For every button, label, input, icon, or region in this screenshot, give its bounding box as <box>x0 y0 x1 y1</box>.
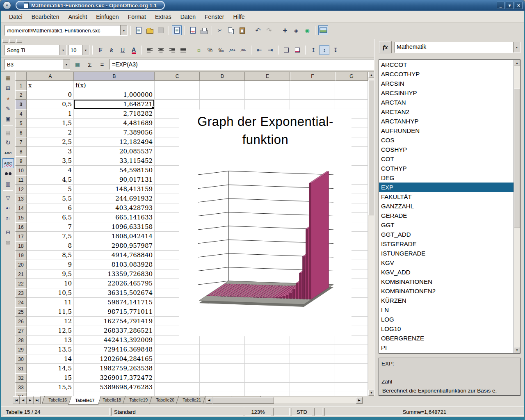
function-item-COT[interactable]: COT <box>379 154 520 164</box>
sum-button[interactable]: Σ <box>85 59 95 69</box>
cell-A24[interactable]: 11 <box>27 298 74 307</box>
function-item-EXP[interactable]: EXP <box>379 183 520 192</box>
borders-button[interactable] <box>281 45 291 55</box>
function-item-COTHYP[interactable]: COTHYP <box>379 164 520 173</box>
ungroup-button[interactable]: ⊠ <box>2 237 14 247</box>
function-item-AUFRUNDEN[interactable]: AUFRUNDEN <box>379 126 520 135</box>
cell-reference-combo[interactable]: ▼ <box>5 59 70 70</box>
sheet-tab-Tabelle17[interactable]: Tabelle17 <box>68 396 101 405</box>
cell-B13[interactable]: 244,691932 <box>74 194 155 203</box>
menu-fenster[interactable]: Fenster <box>200 11 228 22</box>
row-header-26[interactable]: 26 <box>15 317 27 326</box>
export-pdf-button[interactable] <box>188 25 198 35</box>
status-insert-mode[interactable] <box>273 408 290 416</box>
number-format-standard-button[interactable]: ‰ <box>216 45 226 55</box>
row-header-30[interactable]: 30 <box>15 354 27 364</box>
cell-B19[interactable]: 4914,768840 <box>74 251 155 260</box>
cell-B3[interactable]: 1,648721 <box>74 100 155 109</box>
cell-A29[interactable]: 13,5 <box>27 345 74 354</box>
font-name-combo[interactable]: ▼ <box>5 45 67 55</box>
cell-A19[interactable]: 8,5 <box>27 251 74 260</box>
cell-F30[interactable] <box>290 354 335 364</box>
horizontal-scroll-thumb[interactable] <box>212 397 274 404</box>
row-header-21[interactable]: 21 <box>15 269 27 279</box>
cell-A28[interactable]: 13 <box>27 336 74 345</box>
cell-F2[interactable] <box>290 90 335 100</box>
cell-A22[interactable]: 10 <box>27 279 74 288</box>
cell-C32[interactable] <box>155 373 200 383</box>
cell-A23[interactable]: 10,5 <box>27 288 74 298</box>
category-dropdown-button[interactable]: ▼ <box>513 42 520 52</box>
cell-D33[interactable] <box>200 383 245 392</box>
data-sources-button[interactable]: ▥ <box>2 179 14 189</box>
function-item-COS[interactable]: COS <box>379 135 520 145</box>
paste-button[interactable] <box>237 25 247 35</box>
cell-G29[interactable] <box>335 345 368 354</box>
open-button[interactable] <box>145 25 155 35</box>
function-item-ISTUNGERADE[interactable]: ISTUNGERADE <box>379 249 520 258</box>
number-format-currency-button[interactable]: ¤ <box>194 45 204 55</box>
function-item-GGT[interactable]: GGT <box>379 220 520 230</box>
font-name-input[interactable] <box>5 45 59 55</box>
cell-A16[interactable]: 7 <box>27 222 74 232</box>
cell-F33[interactable] <box>290 383 335 392</box>
sort-ascending-button[interactable]: A↓ <box>2 203 14 213</box>
cell-B9[interactable]: 33,115452 <box>74 156 155 166</box>
cell-A13[interactable]: 5,5 <box>27 194 74 203</box>
document-url-combo[interactable]: ▼ <box>5 25 128 36</box>
cell-F1[interactable] <box>290 81 335 90</box>
number-format-percent-button[interactable]: % <box>205 45 215 55</box>
row-header-18[interactable]: 18 <box>15 241 27 251</box>
list-scroll-up-button[interactable]: ▲ <box>514 60 520 66</box>
maximize-button[interactable]: ▼ <box>506 2 514 9</box>
font-size-input[interactable] <box>68 45 82 55</box>
save-button[interactable] <box>156 25 166 35</box>
function-item-DEG[interactable]: DEG <box>379 173 520 183</box>
row-header-19[interactable]: 19 <box>15 251 27 260</box>
function-item-KÜRZEN[interactable]: KÜRZEN <box>379 296 520 305</box>
cell-B34[interactable] <box>74 392 155 396</box>
align-center-vertically-button[interactable]: ↕ <box>320 45 329 55</box>
function-item-ARCSINHYP[interactable]: ARCSINHYP <box>379 88 520 98</box>
background-color-button[interactable] <box>292 45 302 55</box>
function-item-GERADE[interactable]: GERADE <box>379 211 520 220</box>
menu-bearbeiten[interactable]: Bearbeiten <box>27 11 64 22</box>
cell-E28[interactable] <box>245 336 290 345</box>
cell-B15[interactable]: 665,141633 <box>74 213 155 222</box>
bold-button[interactable]: F <box>96 45 105 55</box>
row-header-6[interactable]: 6 <box>15 128 27 137</box>
cell-F3[interactable] <box>290 100 335 109</box>
cell-D29[interactable] <box>200 345 245 354</box>
function-equals-button[interactable]: = <box>97 59 107 69</box>
cell-G31[interactable] <box>335 364 368 373</box>
cell-B10[interactable]: 54,598150 <box>74 166 155 175</box>
row-header-34[interactable]: 34 <box>15 392 27 396</box>
cell-B33[interactable]: 5389698,476283 <box>74 383 155 392</box>
cell-A2[interactable]: 0 <box>27 90 74 100</box>
font-name-dropdown[interactable]: ▼ <box>59 45 66 55</box>
function-list-scrollbar[interactable]: ▲ ▼ <box>514 60 520 353</box>
scroll-up-button[interactable]: ▲ <box>368 72 374 78</box>
cell-F32[interactable] <box>290 373 335 383</box>
cell-reference-input[interactable] <box>5 59 63 69</box>
cell-B2[interactable]: 1,000000 <box>74 90 155 100</box>
align-justify-button[interactable] <box>178 45 188 55</box>
row-header-20[interactable]: 20 <box>15 260 27 269</box>
cell-B14[interactable]: 403,428793 <box>74 203 155 213</box>
cell-B29[interactable]: 729416,369848 <box>74 345 155 354</box>
cell-C33[interactable] <box>155 383 200 392</box>
cell-D30[interactable] <box>200 354 245 364</box>
stylist-button[interactable]: ◈ <box>291 25 301 35</box>
draw-functions-button[interactable]: ✎ <box>2 103 14 113</box>
row-header-13[interactable]: 13 <box>15 194 27 203</box>
first-sheet-button[interactable]: |◀ <box>13 396 20 404</box>
new-document-button[interactable] <box>134 25 144 35</box>
spellcheck-button[interactable]: ABC <box>2 148 14 158</box>
cell-B1[interactable]: f(x) <box>74 81 155 90</box>
row-header-17[interactable]: 17 <box>15 232 27 241</box>
previous-sheet-button[interactable]: ◀ <box>20 396 27 404</box>
column-header-A[interactable]: A <box>27 72 74 81</box>
cell-C31[interactable] <box>155 364 200 373</box>
cell-A7[interactable]: 2,5 <box>27 137 74 147</box>
vertical-scrollbar[interactable]: ▲ ▼ <box>368 72 374 396</box>
